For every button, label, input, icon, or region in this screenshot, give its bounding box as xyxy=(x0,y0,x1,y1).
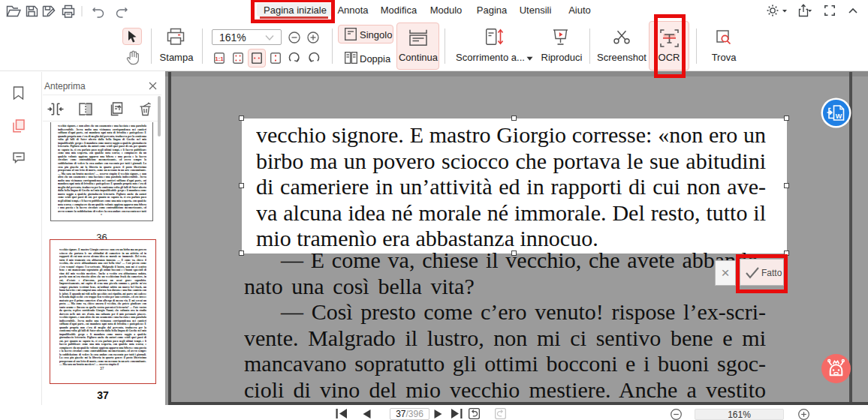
svg-text:1:1: 1:1 xyxy=(215,56,224,62)
svg-text:W: W xyxy=(836,112,842,120)
